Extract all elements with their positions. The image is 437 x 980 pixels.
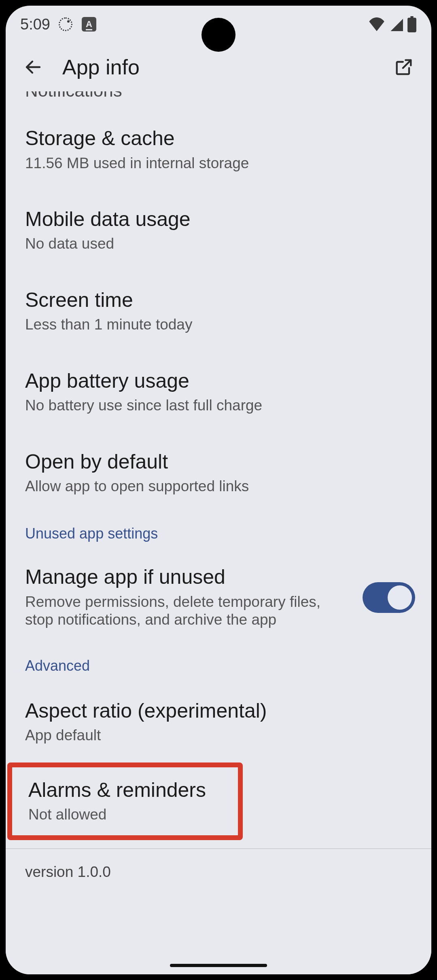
alarm-dashed-icon xyxy=(57,16,74,32)
item-title: Manage app if unused xyxy=(25,566,350,589)
item-mobile-data[interactable]: Mobile data usage No data used xyxy=(6,190,431,271)
status-time: 5:09 xyxy=(20,16,50,33)
item-title: Open by default xyxy=(25,450,412,474)
section-header-unused: Unused app settings xyxy=(6,513,431,549)
item-subtitle: App default xyxy=(25,727,412,744)
item-alarms-reminders[interactable]: Alarms & reminders Not allowed xyxy=(12,767,238,835)
version-text: version 1.0.0 xyxy=(6,849,431,895)
status-right xyxy=(368,16,417,32)
item-aspect-ratio[interactable]: Aspect ratio (experimental) App default xyxy=(6,682,431,762)
back-button[interactable] xyxy=(19,53,48,82)
item-open-by-default[interactable]: Open by default Allow app to open suppor… xyxy=(6,433,431,513)
keyboard-a-icon xyxy=(81,16,97,32)
scroll-content[interactable]: Notifications Storage & cache 11.56 MB u… xyxy=(6,91,431,974)
open-external-button[interactable] xyxy=(389,53,418,82)
highlight-alarms-reminders: Alarms & reminders Not allowed xyxy=(7,762,243,840)
wifi-icon xyxy=(368,17,385,31)
item-subtitle: 11.56 MB used in internal storage xyxy=(25,154,412,172)
item-title: Aspect ratio (experimental) xyxy=(25,699,412,723)
cell-signal-icon xyxy=(389,17,403,31)
item-subtitle: No data used xyxy=(25,235,412,253)
item-subtitle: Allow app to open supported links xyxy=(25,477,412,495)
item-subtitle: Less than 1 minute today xyxy=(25,316,412,334)
gesture-nav-handle[interactable] xyxy=(170,964,267,967)
status-left: 5:09 xyxy=(20,16,97,33)
manage-unused-toggle[interactable] xyxy=(363,582,415,613)
camera-cutout xyxy=(202,18,235,52)
item-title: Screen time xyxy=(25,289,412,312)
item-screen-time[interactable]: Screen time Less than 1 minute today xyxy=(6,271,431,352)
section-header-advanced: Advanced xyxy=(6,645,431,682)
clipped-prev-item-title: Notifications xyxy=(6,91,431,99)
item-storage-cache[interactable]: Storage & cache 11.56 MB used in interna… xyxy=(6,109,431,190)
item-manage-if-unused[interactable]: Manage app if unused Remove permissions,… xyxy=(6,549,431,645)
page-title: App info xyxy=(62,55,375,79)
item-title: App battery usage xyxy=(25,370,412,393)
item-title: Mobile data usage xyxy=(25,208,412,231)
item-subtitle: No battery use since last full charge xyxy=(25,397,412,414)
item-title: Storage & cache xyxy=(25,127,412,150)
device-frame: 5:09 App info xyxy=(6,6,431,974)
arrow-left-icon xyxy=(23,57,43,77)
battery-icon xyxy=(407,16,417,32)
item-title: Alarms & reminders xyxy=(28,779,222,802)
open-in-new-icon xyxy=(393,57,414,78)
item-subtitle: Not allowed xyxy=(28,806,222,824)
item-subtitle: Remove permissions, delete temporary fil… xyxy=(25,593,333,629)
item-battery-usage[interactable]: App battery usage No battery use since l… xyxy=(6,352,431,433)
